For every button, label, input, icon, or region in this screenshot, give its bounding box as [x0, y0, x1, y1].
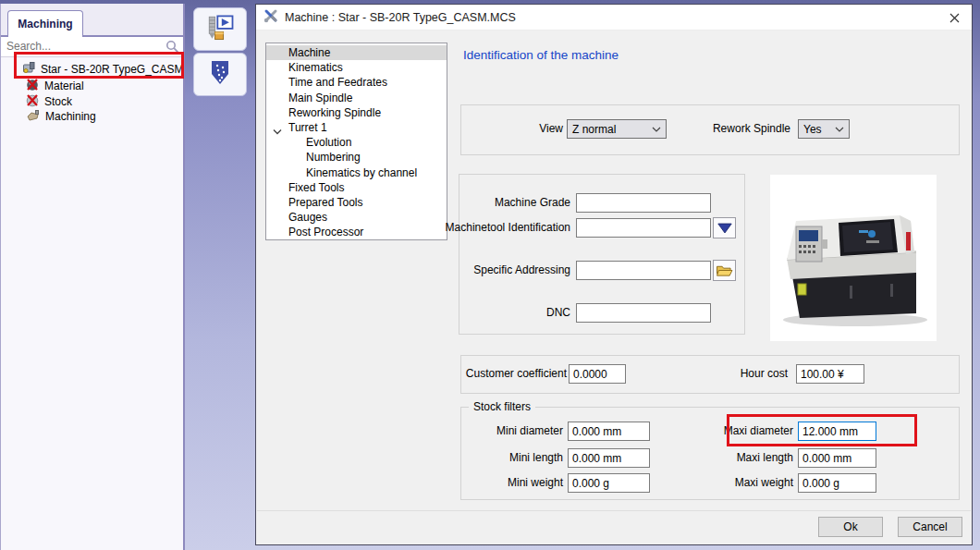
tree-item-machine[interactable]: Star - SB-20R TypeG_CASM	[1, 62, 183, 77]
maxi-length-input[interactable]	[798, 448, 876, 468]
rework-spindle-value: Yes	[803, 123, 822, 136]
nav-label: Kinematics	[288, 61, 343, 74]
machine-grade-label: Machine Grade	[376, 193, 570, 213]
maxi-weight-label: Maxi weight	[645, 473, 793, 493]
tree-item-stock[interactable]: Stock	[1, 94, 183, 109]
machining-sidebar: Machining Star - SB-20R TypeG_CASM Mater…	[0, 4, 185, 550]
customer-coefficient-input[interactable]	[569, 364, 626, 384]
mini-length-input[interactable]	[568, 448, 650, 468]
nav-item-kinematics[interactable]: Kinematics	[266, 60, 447, 75]
view-label: View	[423, 119, 563, 139]
tree-item-label: Stock	[44, 95, 72, 108]
tree-item-label: Material	[44, 79, 84, 92]
nav-label: Kinematics by channel	[306, 166, 417, 179]
nav-label: Numbering	[306, 151, 361, 164]
nav-item-numbering[interactable]: Numbering	[266, 150, 447, 165]
nav-item-kinematics-by-channel[interactable]: Kinematics by channel	[266, 165, 447, 180]
nav-label: Main Spindle	[288, 92, 352, 104]
toolbar-machining-process-button[interactable]	[193, 7, 247, 51]
shield-icon	[208, 59, 232, 91]
dialog-title-bar[interactable]: Machine : Star - SB-20R TypeG_CASM.MCS	[256, 5, 972, 31]
nav-item-main-spindle[interactable]: Main Spindle	[266, 91, 447, 105]
machine-grade-input[interactable]	[576, 193, 711, 213]
mini-diameter-input[interactable]	[568, 422, 650, 441]
mini-diameter-label: Mini diameter	[415, 422, 563, 441]
machine-icon	[22, 61, 36, 78]
machinetool-identification-input[interactable]	[576, 218, 711, 238]
tree-item-material[interactable]: Material	[1, 79, 183, 93]
ok-button[interactable]: Ok	[818, 517, 883, 537]
nav-item-time-and-feedrates[interactable]: Time and Feedrates	[266, 75, 447, 90]
sidebar-tab-strip: Machining	[1, 4, 183, 37]
tree-item-machining[interactable]: Machining	[1, 109, 183, 124]
specific-addressing-label: Specific Addressing	[376, 261, 570, 280]
material-crossed-icon	[26, 78, 40, 94]
tree-item-label: Star - SB-20R TypeG_CASM	[41, 63, 184, 76]
dropdown-arrow-icon	[717, 222, 733, 235]
hour-cost-input[interactable]	[796, 364, 864, 384]
rework-spindle-select[interactable]: Yes	[798, 119, 850, 139]
nav-label: Fixed Tools	[288, 181, 344, 194]
stock-filters-title: Stock filters	[469, 400, 535, 413]
machinetool-identification-dropdown-button[interactable]	[713, 217, 736, 238]
tool-play-icon	[203, 12, 237, 47]
search-icon	[165, 40, 179, 57]
nav-label: Machine	[288, 46, 330, 59]
customer-coefficient-label: Customer coefficient	[447, 364, 567, 384]
chevron-down-icon	[835, 127, 844, 132]
stock-crossed-icon	[26, 93, 40, 110]
nav-label: Post Processor	[288, 226, 363, 238]
nav-item-evolution[interactable]: Evolution	[266, 135, 447, 150]
machining-tree: Star - SB-20R TypeG_CASM Material Stock …	[1, 59, 183, 125]
page-title: Identification of the machine	[463, 48, 619, 62]
mini-weight-input[interactable]	[568, 473, 650, 493]
footer-divider	[257, 510, 971, 511]
sidebar-search	[1, 37, 183, 57]
open-folder-icon[interactable]	[713, 260, 736, 281]
search-input[interactable]	[1, 37, 164, 55]
nav-item-turret-1[interactable]: Turret 1	[266, 120, 447, 135]
dnc-label: DNC	[376, 303, 570, 323]
nav-label: Reworking Spindle	[288, 106, 381, 119]
nav-label: Turret 1	[288, 121, 327, 134]
maxi-diameter-label: Maxi diameter	[645, 422, 793, 441]
rework-spindle-label: Rework Spindle	[644, 119, 790, 139]
nav-label: Evolution	[306, 136, 351, 149]
dialog-title: Machine : Star - SB-20R TypeG_CASM.MCS	[285, 11, 516, 24]
toolbar-stock-shield-button[interactable]	[193, 53, 247, 96]
nav-label: Prepared Tools	[288, 196, 363, 209]
nav-label: Gauges	[288, 211, 327, 224]
dnc-input[interactable]	[576, 303, 711, 323]
machining-icon	[26, 109, 41, 125]
cancel-button[interactable]: Cancel	[898, 517, 962, 537]
tab-machining[interactable]: Machining	[7, 10, 83, 37]
machinetool-identification-label: Machinetool Identification	[376, 218, 570, 238]
maxi-length-label: Maxi length	[645, 448, 793, 468]
hour-cost-label: Hour cost	[677, 364, 788, 384]
machine-photo	[770, 175, 937, 341]
nav-item-machine[interactable]: Machine	[266, 45, 447, 60]
crossed-tools-icon	[263, 8, 278, 27]
machine-dialog: Machine : Star - SB-20R TypeG_CASM.MCS M…	[255, 4, 973, 545]
nav-item-reworking-spindle[interactable]: Reworking Spindle	[266, 105, 447, 120]
mini-length-label: Mini length	[415, 448, 563, 468]
specific-addressing-input[interactable]	[576, 261, 711, 280]
nav-label: Time and Feedrates	[288, 76, 387, 89]
mini-weight-label: Mini weight	[415, 473, 563, 493]
view-value: Z normal	[572, 123, 616, 136]
maxi-weight-input[interactable]	[798, 473, 876, 493]
maxi-diameter-input[interactable]	[798, 422, 876, 441]
close-icon[interactable]	[946, 10, 962, 25]
tree-item-label: Machining	[45, 110, 96, 123]
